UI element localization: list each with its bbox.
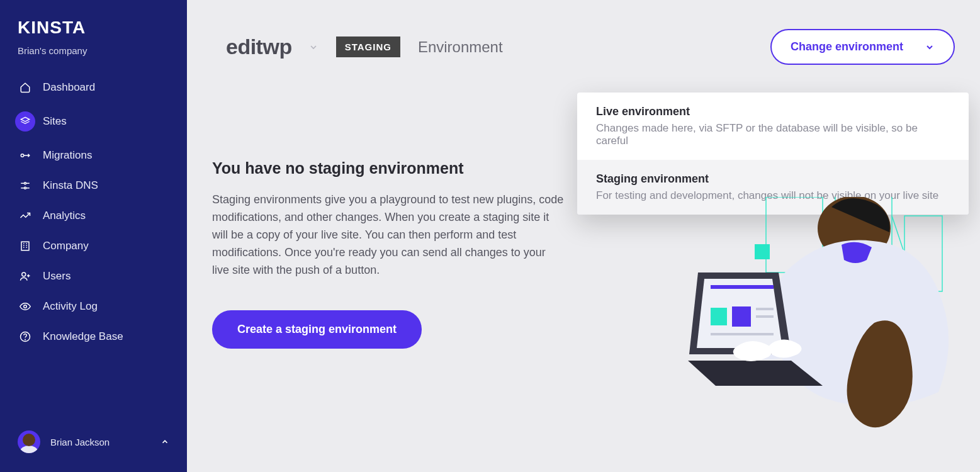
sidebar-item-knowledge-base[interactable]: Knowledge Base <box>10 323 177 351</box>
building-icon <box>19 240 31 252</box>
svg-point-2 <box>25 183 26 184</box>
sidebar-item-label: Analytics <box>43 210 86 222</box>
intro-block: You have no staging environment Staging … <box>212 159 565 349</box>
intro-body: Staging environments give you a playgrou… <box>212 191 565 279</box>
environment-dropdown: Live environment Changes made here, via … <box>577 93 969 215</box>
sidebar-item-users[interactable]: Users <box>10 262 177 290</box>
svg-point-3 <box>25 187 26 189</box>
user-plus-icon <box>19 270 31 283</box>
home-icon <box>19 81 31 94</box>
env-badge: STAGING <box>336 37 400 57</box>
create-staging-button[interactable]: Create a staging environment <box>212 310 422 349</box>
sidebar-item-label: Sites <box>43 115 67 128</box>
sidebar-item-label: Users <box>43 270 70 283</box>
change-environment-button[interactable]: Change environment <box>770 29 955 65</box>
chevron-down-icon <box>308 42 318 52</box>
sidebar-item-activity-log[interactable]: Activity Log <box>10 293 177 320</box>
topbar: editwp STAGING Environment Change enviro… <box>187 29 980 65</box>
sidebar-nav: Dashboard Sites Migrations Kinsta DNS An <box>0 74 187 419</box>
person-laptop-illustration <box>678 197 955 436</box>
eye-icon <box>19 300 31 313</box>
svg-point-6 <box>24 305 27 308</box>
help-icon <box>19 330 31 343</box>
sidebar-item-company[interactable]: Company <box>10 232 177 260</box>
main: editwp STAGING Environment Change enviro… <box>187 0 980 472</box>
svg-point-5 <box>22 273 26 276</box>
sidebar-item-label: Knowledge Base <box>43 330 123 343</box>
brand-logo: KINSTA <box>0 18 187 45</box>
sidebar-item-label: Dashboard <box>43 81 95 94</box>
svg-marker-0 <box>21 117 29 121</box>
svg-rect-14 <box>755 244 770 259</box>
sidebar-item-kinsta-dns[interactable]: Kinsta DNS <box>10 172 177 199</box>
sidebar-item-analytics[interactable]: Analytics <box>10 202 177 230</box>
svg-point-8 <box>25 339 26 340</box>
layers-icon <box>15 111 35 132</box>
content: You have no staging environment Staging … <box>187 65 980 349</box>
site-name: editwp <box>226 35 292 59</box>
dns-icon <box>19 179 31 192</box>
page-title: You have no staging environment <box>212 159 565 177</box>
user-name: Brian Jackson <box>50 437 110 447</box>
svg-rect-4 <box>21 242 29 250</box>
svg-rect-20 <box>711 308 727 325</box>
trend-icon <box>19 210 31 222</box>
sidebar-item-label: Company <box>43 240 89 252</box>
sidebar-item-sites[interactable]: Sites <box>10 104 177 139</box>
plug-icon <box>19 149 31 162</box>
svg-point-1 <box>21 154 24 157</box>
change-environment-label: Change environment <box>791 40 903 53</box>
svg-rect-19 <box>711 285 774 289</box>
sidebar-item-dashboard[interactable]: Dashboard <box>10 74 177 101</box>
site-selector[interactable]: editwp <box>226 35 318 59</box>
chevron-up-icon <box>161 437 169 446</box>
avatar <box>18 430 40 453</box>
dropdown-item-title: Staging environment <box>596 172 950 186</box>
svg-rect-21 <box>732 306 751 327</box>
env-label: Environment <box>418 38 503 56</box>
dropdown-item-title: Live environment <box>596 105 950 118</box>
sidebar-item-label: Migrations <box>43 149 92 162</box>
dropdown-item-live[interactable]: Live environment Changes made here, via … <box>577 93 969 160</box>
sidebar-item-migrations[interactable]: Migrations <box>10 142 177 169</box>
chevron-down-icon <box>925 42 935 52</box>
sidebar-item-label: Activity Log <box>43 300 98 313</box>
sidebar-item-label: Kinsta DNS <box>43 179 98 192</box>
user-menu[interactable]: Brian Jackson <box>0 419 187 472</box>
dropdown-item-subtitle: Changes made here, via SFTP or the datab… <box>596 122 950 147</box>
company-name[interactable]: Brian's company <box>0 45 187 74</box>
sidebar: KINSTA Brian's company Dashboard Sites M… <box>0 0 187 472</box>
